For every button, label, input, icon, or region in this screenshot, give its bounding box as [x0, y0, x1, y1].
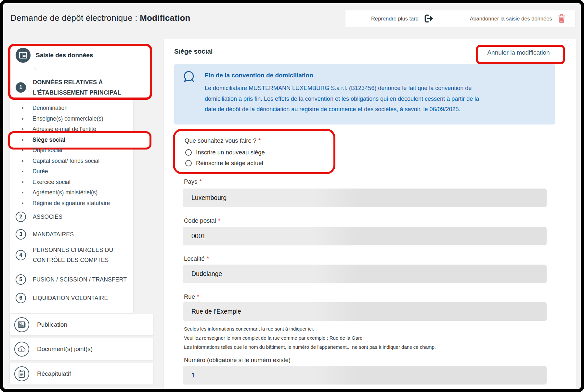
section-4-label: PERSONNES CHARGÉES DU CONTRÔLE DES COMPT… [33, 245, 113, 265]
sidebar-item-recapitulatif[interactable]: Récapitulatif [10, 363, 153, 385]
section-1-label: DONNÉES RELATIVES À L'ÉTABLISSEMENT PRIN… [33, 77, 121, 98]
sidebar-sub-list: Dénomination Enseigne(s) commerciale(s) … [10, 103, 133, 208]
localite-label: Localité* [184, 255, 209, 262]
rue-help-line-3: Les informations telles que le nom du bâ… [184, 343, 436, 352]
notice-line-1: Le domiciliataire MUSTERMANN LUXEMBURG S… [205, 83, 479, 94]
sidebar-data-entry-label: Saisie des données [36, 52, 93, 59]
app-page: Demande de dépôt électronique : Modifica… [3, 3, 581, 389]
logout-arrow-icon [424, 14, 434, 23]
pays-label: Pays* [184, 178, 201, 185]
numero-label: Numéro (obligatoire si le numéro existe) [184, 357, 291, 364]
code-postal-label: Code postal* [184, 217, 220, 224]
sidebar-section-2[interactable]: 2 ASSOCIÉS [16, 212, 133, 222]
resume-later-button[interactable]: Reprendre plus tard [345, 10, 460, 27]
rue-help-line-2: Veuillez renseigner le nom complet de la… [184, 333, 436, 343]
question-label: Que souhaitez-vous faire ?* [185, 137, 261, 144]
section-6-label: LIQUIDATION VOLONTAIRE [33, 293, 108, 303]
rue-value: Rue de l’Exemple [183, 302, 547, 321]
question-text: Que souhaitez-vous faire ? [185, 137, 256, 144]
section-5-label: FUSION / SCISSION / TRANSFERT [33, 275, 127, 285]
sidebar-item-adresse-email[interactable]: Adresse e-mail de l'entité [10, 124, 133, 135]
notice-box: Fin de la convention de domiciliation Le… [174, 64, 555, 124]
pays-field[interactable]: Luxembourg [183, 189, 547, 207]
code-postal-field[interactable]: 0001 [183, 227, 547, 245]
section-6-number-badge: 6 [16, 293, 26, 303]
page-title-mode: Modification [140, 13, 190, 23]
documents-label: Document(s) joint(s) [37, 346, 93, 353]
code-postal-value: 0001 [183, 227, 547, 245]
notice-line-3: date de dépôt de la dénonciation au regi… [205, 104, 479, 115]
sidebar-section-1[interactable]: 1 DONNÉES RELATIVES À L'ÉTABLISSEMENT PR… [16, 77, 133, 98]
newspaper-icon [14, 317, 29, 332]
required-asterisk: * [258, 137, 261, 144]
rue-field[interactable]: Rue de l’Exemple [183, 302, 547, 321]
sidebar-item-duree[interactable]: Durée [10, 166, 133, 177]
sidebar-item-capital-social[interactable]: Capital social/ fonds social [10, 156, 133, 166]
abandon-entry-button[interactable]: Abandonner la saisie des données [460, 10, 575, 27]
localite-field[interactable]: Dudelange [183, 265, 547, 283]
main-section-title: Siège social [174, 47, 213, 55]
sidebar-item-publication[interactable]: Publication [10, 314, 153, 335]
topbar-actions: Reprendre plus tard Abandonner la saisie… [345, 10, 575, 27]
radio-option-reinscrire-siege[interactable]: Réinscrire le siège actuel [185, 160, 263, 167]
section-1-label-line1: DONNÉES RELATIVES À [33, 77, 121, 87]
radio-option-new-siege-label: Inscrire un nouveau siège [196, 149, 265, 156]
radio-button-icon[interactable] [185, 160, 192, 166]
radio-button-icon[interactable] [185, 149, 192, 156]
sidebar-section-3[interactable]: 3 MANDATAIRES [16, 229, 133, 240]
sidebar-section-6[interactable]: 6 LIQUIDATION VOLONTAIRE [16, 293, 133, 303]
required-asterisk: * [199, 178, 201, 185]
notice-line-2: domiciliation a pris fin. Les effets de … [205, 94, 479, 104]
numero-field[interactable]: 1 [183, 366, 547, 385]
sidebar-divider [10, 67, 147, 67]
rue-help-text: Seules les informations concernant la ru… [184, 324, 436, 352]
sidebar-item-denomination[interactable]: Dénomination [10, 103, 133, 113]
required-asterisk: * [218, 217, 220, 224]
sidebar-item-regime-signature[interactable]: Régime de signature statutaire [10, 198, 133, 209]
section-1-number-badge: 1 [16, 82, 26, 93]
numero-value: 1 [183, 366, 547, 385]
sidebar-section-5[interactable]: 5 FUSION / SCISSION / TRANSFERT [16, 274, 139, 285]
cloud-upload-icon [14, 342, 29, 357]
recapitulatif-label: Récapitulatif [37, 370, 71, 377]
section-2-number-badge: 2 [16, 212, 26, 222]
cancel-modification-container: Annuler la modification [476, 45, 561, 60]
sidebar-item-agrements[interactable]: Agrément(s) ministériel(s) [10, 187, 133, 198]
page-title-prefix: Demande de dépôt électronique : [10, 13, 140, 23]
sidebar-item-enseignes[interactable]: Enseigne(s) commerciale(s) [10, 113, 133, 124]
trash-icon [557, 14, 566, 23]
rue-label: Rue* [184, 293, 199, 300]
sidebar-item-documents[interactable]: Document(s) joint(s) [10, 338, 153, 360]
cancel-modification-link[interactable]: Annuler la modification [487, 49, 550, 56]
rue-help-line-1: Seules les informations concernant la ru… [184, 324, 436, 333]
sidebar-section-4[interactable]: 4 PERSONNES CHARGÉES DU CONTRÔLE DES COM… [16, 245, 133, 266]
publication-label: Publication [37, 321, 67, 328]
sidebar-item-data-entry[interactable]: Saisie des données [16, 48, 93, 63]
sidebar-item-exercice-social[interactable]: Exercice social [10, 177, 133, 188]
notice-title: Fin de la convention de domiciliation [205, 72, 313, 79]
pays-value: Luxembourg [183, 189, 547, 207]
notice-body: Le domiciliataire MUSTERMANN LUXEMBURG S… [205, 83, 479, 115]
radio-option-reinscrire-siege-label: Réinscrire le siège actuel [196, 160, 263, 167]
section-4-number-badge: 4 [16, 250, 26, 260]
scrollbar-track[interactable] [565, 39, 565, 389]
clipboard-icon [14, 366, 29, 381]
sidebar-item-siege-social[interactable]: Siège social [10, 135, 133, 145]
screenshot-frame: Demande de dépôt électronique : Modifica… [0, 0, 584, 392]
section-3-number-badge: 3 [16, 229, 26, 240]
resume-later-label: Reprendre plus tard [371, 16, 419, 22]
section-5-number-badge: 5 [16, 274, 26, 285]
page-title: Demande de dépôt électronique : Modifica… [10, 13, 190, 23]
section-2-label: ASSOCIÉS [33, 212, 62, 222]
sidebar-item-objet-social[interactable]: Objet social [10, 145, 133, 156]
section-3-label: MANDATAIRES [33, 229, 74, 240]
required-asterisk: * [207, 255, 209, 262]
radio-option-new-siege[interactable]: Inscrire un nouveau siège [185, 149, 265, 156]
localite-value: Dudelange [183, 265, 547, 283]
form-journal-icon [16, 48, 31, 63]
abandon-entry-label: Abandonner la saisie des données [470, 16, 552, 22]
speech-bubble-icon [182, 70, 196, 84]
section-1-label-line2: L'ÉTABLISSEMENT PRINCIPAL [33, 87, 121, 98]
required-asterisk: * [197, 293, 199, 300]
